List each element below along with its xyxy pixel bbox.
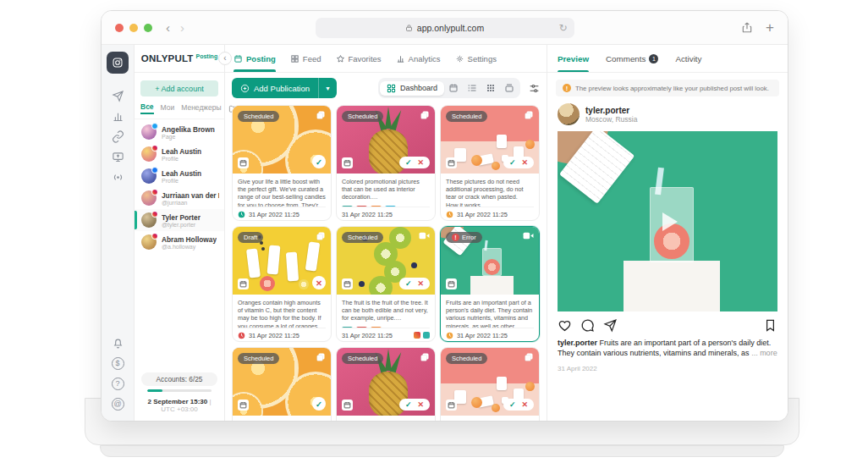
post-media[interactable]: Draft✕	[233, 227, 331, 295]
account-item[interactable]: Leah AustinProfile	[135, 165, 224, 187]
account-item[interactable]: Angelika BrownPage	[135, 121, 224, 143]
tab-label: Settings	[468, 54, 497, 63]
approve-reject-actions[interactable]: ✓✕	[503, 399, 534, 411]
post-username[interactable]: tyler.porter	[585, 106, 637, 115]
add-publication-button[interactable]: Add Publication ▼	[232, 78, 337, 98]
post-media[interactable]: Scheduled✓	[233, 348, 331, 416]
approve-check-icon[interactable]: ✓	[312, 397, 326, 411]
share-post-icon[interactable]	[603, 318, 618, 333]
account-handle: Page	[162, 134, 215, 140]
post-card[interactable]: Scheduled✓	[232, 347, 332, 421]
tab-settings[interactable]: Settings	[455, 45, 497, 72]
caption-author[interactable]: tyler.porter	[558, 339, 597, 347]
account-item[interactable]: Tyler Porter@tyler.porter	[135, 209, 224, 231]
tab-feed[interactable]: Feed	[290, 45, 321, 72]
post-media[interactable]: Scheduled✓✕	[337, 227, 435, 295]
view-calendar-icon[interactable]	[444, 80, 463, 96]
instagram-platform-icon	[414, 332, 420, 339]
preview-tab-comments[interactable]: Comments1	[606, 45, 658, 72]
preview-tab-preview[interactable]: Preview	[558, 45, 589, 72]
mentions-icon[interactable]: @	[106, 394, 129, 414]
reject-x-icon[interactable]: ✕	[312, 276, 326, 289]
help-icon[interactable]: ?	[106, 373, 129, 394]
brand-product: Posting	[196, 53, 218, 59]
account-item[interactable]: Jurriaan van der Broek@jurriaan	[135, 187, 224, 209]
broadcast-icon[interactable]	[106, 167, 129, 187]
add-account-button[interactable]: + Add account	[140, 80, 218, 96]
tab-favorites[interactable]: Favorites	[336, 45, 382, 72]
approve-reject-actions[interactable]: ✓✕	[399, 157, 430, 168]
preview-tab-activity[interactable]: Activity	[675, 45, 701, 72]
main-tabs: PostingFeedFavoritesAnalyticsSettings	[225, 45, 547, 73]
accounts-filter-tab-0[interactable]: Все	[140, 102, 154, 114]
clock-icon	[446, 211, 453, 218]
add-publication-dropdown[interactable]: ▼	[318, 78, 337, 98]
notifications-bell-icon[interactable]	[106, 333, 129, 353]
approve-reject-actions[interactable]: ✓✕	[399, 278, 430, 289]
billing-icon[interactable]: $	[106, 353, 129, 373]
grid-icon	[290, 54, 299, 63]
post-card[interactable]: Scheduled✓✕	[440, 347, 540, 421]
approve-reject-actions[interactable]: ✓✕	[399, 399, 430, 411]
comment-icon[interactable]	[580, 318, 595, 333]
reject-x-icon: ✕	[417, 279, 424, 288]
approve-check-icon: ✓	[405, 279, 412, 288]
like-heart-icon[interactable]	[558, 318, 572, 333]
view-grid-icon[interactable]	[481, 80, 500, 96]
approve-check-icon[interactable]: ✓	[312, 155, 326, 168]
twitter-badge-icon	[151, 123, 158, 130]
address-bar[interactable]: app.onlypult.com ↻	[316, 18, 574, 38]
accounts-filter-tabs: ВсеМоиМенеджеры	[135, 102, 224, 119]
schedule-icon	[446, 278, 457, 289]
accounts-filter-tab-1[interactable]: Мои	[161, 103, 175, 113]
new-tab-icon[interactable]: +	[766, 20, 774, 35]
view-stories-icon[interactable]	[500, 80, 519, 96]
dashboard-grid-icon	[387, 84, 396, 93]
account-item[interactable]: Abram Holloway@a.holloway	[135, 231, 224, 253]
post-card[interactable]: Scheduled✓✕These pictures do not need ad…	[440, 105, 540, 221]
post-card[interactable]: Scheduled✓✕The fruit is the fruit of the…	[336, 226, 436, 342]
approve-reject-actions[interactable]: ✓✕	[503, 157, 534, 168]
post-media[interactable]: !Error	[441, 227, 539, 295]
direct-messages-icon[interactable]	[106, 85, 129, 106]
close-window-icon[interactable]	[115, 24, 124, 32]
account-name: Jurriaan van der Broek	[162, 191, 219, 200]
tab-analytics[interactable]: Analytics	[396, 45, 441, 72]
post-card[interactable]: Scheduled✓✕	[336, 347, 436, 421]
account-item[interactable]: Leah AustinProfile	[135, 143, 224, 165]
share-icon[interactable]	[741, 21, 753, 34]
play-icon[interactable]	[558, 131, 777, 311]
tab-posting[interactable]: Posting	[233, 45, 276, 72]
view-list-icon[interactable]	[463, 80, 481, 96]
minimize-window-icon[interactable]	[129, 24, 138, 32]
post-card[interactable]: Draft✕Oranges contain high amounts of vi…	[232, 226, 332, 342]
instagram-badge-icon	[151, 189, 158, 196]
instagram-camera-icon[interactable]	[107, 52, 129, 74]
avatar	[141, 234, 157, 250]
caption-more-link[interactable]: ... more	[751, 349, 777, 357]
post-media[interactable]: Scheduled✓✕	[337, 348, 435, 416]
filters-icon[interactable]	[529, 83, 540, 94]
back-icon[interactable]: ‹	[166, 21, 170, 34]
reload-icon[interactable]: ↻	[558, 22, 567, 34]
post-media[interactable]: Scheduled✓✕	[337, 106, 435, 174]
forward-icon[interactable]: ›	[180, 21, 184, 34]
post-media[interactable]: Scheduled✓✕	[441, 348, 539, 416]
post-card[interactable]: Scheduled✓✕Colored promotional pictures …	[336, 105, 436, 221]
bookmark-icon[interactable]	[763, 318, 777, 333]
post-media[interactable]: Scheduled✓✕	[441, 106, 539, 174]
post-caption	[233, 416, 331, 421]
post-caption: Give your life a little boost with the p…	[233, 174, 331, 207]
post-media[interactable]: Scheduled✓	[233, 106, 331, 174]
monitoring-icon[interactable]	[106, 146, 129, 167]
links-icon[interactable]	[106, 126, 129, 146]
collapse-sidebar-icon[interactable]: ‹	[218, 52, 232, 65]
accounts-filter-tab-2[interactable]: Менеджеры	[181, 103, 221, 113]
post-card[interactable]: Scheduled✓Give your life a little boost …	[232, 105, 332, 221]
status-badge: Scheduled	[238, 353, 279, 364]
analytics-rail-icon[interactable]	[106, 106, 129, 126]
view-dashboard-button[interactable]: Dashboard	[380, 81, 444, 96]
post-image[interactable]	[558, 131, 777, 311]
post-card-selected[interactable]: !ErrorFruits are an important part of a …	[440, 226, 540, 342]
maximize-window-icon[interactable]	[144, 24, 152, 32]
